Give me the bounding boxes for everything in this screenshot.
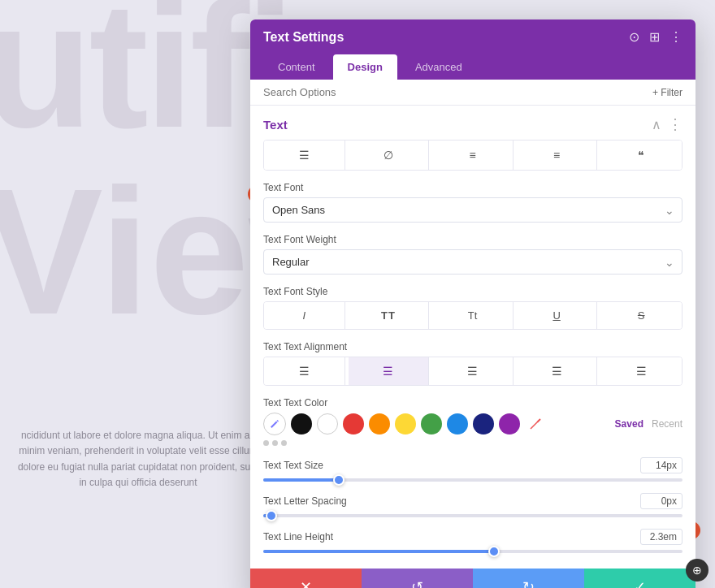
text-font-weight-select[interactable]: Regular	[263, 249, 682, 275]
bg-paragraph: ncididunt ut labore et dolore magna aliq…	[16, 428, 260, 491]
line-height-label: Text Line Height	[263, 531, 333, 543]
text-color-label: Text Text Color	[263, 397, 682, 409]
letter-spacing-value[interactable]: 0px	[640, 493, 682, 509]
letter-spacing-header: Text Letter Spacing 0px	[263, 493, 682, 509]
text-size-label: Text Text Size	[263, 460, 323, 471]
text-font-row: Text Font Open Sans	[263, 182, 682, 223]
compass-icon: ⊕	[686, 559, 708, 582]
cancel-button[interactable]: ✕	[250, 569, 362, 588]
panel-title: Text Settings	[263, 30, 344, 45]
tab-design[interactable]: Design	[333, 54, 397, 80]
color-green[interactable]	[421, 413, 442, 435]
style-btn-numbered[interactable]: ≡	[517, 141, 598, 170]
letter-spacing-thumb[interactable]	[266, 510, 277, 521]
text-size-thumb[interactable]	[333, 474, 344, 486]
style-btn-empty[interactable]: ∅	[349, 141, 430, 170]
line-height-thumb[interactable]	[488, 546, 500, 557]
style-btn-quote[interactable]: ❝	[600, 141, 682, 170]
letter-spacing-slider-row: Text Letter Spacing 0px	[263, 493, 682, 517]
align-right[interactable]: ☰	[432, 357, 514, 385]
bg-large-text-1: utifi	[0, 0, 291, 154]
saved-recent-labels: Saved Recent	[615, 418, 682, 430]
color-white[interactable]	[317, 413, 338, 435]
font-style-buttons: I TT Tt U S	[263, 301, 682, 330]
section-title: Text	[263, 118, 288, 132]
text-font-weight-label: Text Font Weight	[263, 234, 682, 245]
color-edit-icon[interactable]	[525, 413, 546, 435]
text-settings-panel: Text Settings ⊙ ⊞ ⋮ Content Design Advan…	[250, 19, 696, 588]
text-size-track[interactable]	[263, 478, 682, 482]
dot-3	[281, 440, 287, 446]
save-button[interactable]: ✓	[584, 569, 696, 588]
more-icon[interactable]: ⋮	[670, 29, 682, 45]
style-buttons-row: ☰ ∅ ≡ ≡ ❝	[263, 140, 682, 171]
color-swatches-row: Saved Recent	[263, 413, 682, 435]
line-height-header: Text Line Height 2.3em	[263, 529, 682, 545]
section-controls: ∧ ⋮	[652, 115, 682, 133]
tab-advanced[interactable]: Advanced	[401, 54, 477, 80]
text-color-row: Text Text Color Saved Rec	[263, 397, 682, 446]
bottom-bar: ✕ ↺ ↻ ✓	[250, 569, 696, 588]
style-uppercase[interactable]: TT	[349, 302, 430, 329]
line-height-track[interactable]	[263, 550, 682, 553]
style-underline[interactable]: U	[517, 302, 598, 329]
search-input[interactable]	[263, 86, 652, 98]
dot-2	[272, 440, 278, 446]
filter-button[interactable]: + Filter	[652, 87, 682, 98]
style-strikethrough[interactable]: S	[600, 302, 682, 329]
text-size-header: Text Text Size 14px	[263, 457, 682, 473]
color-orange[interactable]	[369, 413, 390, 435]
panel-body: Text ∧ ⋮ ☰ ∅ ≡ ≡ ❝ Text Font Open Sans	[250, 106, 696, 569]
style-btn-align[interactable]: ☰	[264, 141, 345, 170]
recent-label[interactable]: Recent	[652, 418, 682, 430]
text-font-label: Text Font	[263, 182, 682, 193]
align-justify[interactable]: ☰	[517, 357, 598, 385]
style-capitalize[interactable]: Tt	[432, 302, 514, 329]
search-bar: + Filter	[250, 80, 696, 106]
layout-icon[interactable]: ⊞	[649, 29, 660, 45]
letter-spacing-label: Text Letter Spacing	[263, 495, 347, 507]
svg-line-0	[537, 419, 540, 422]
color-dark-blue[interactable]	[473, 413, 494, 435]
text-size-fill	[263, 478, 339, 482]
color-picker-button[interactable]	[263, 413, 286, 435]
color-black[interactable]	[291, 413, 312, 435]
section-header: Text ∧ ⋮	[263, 106, 682, 140]
text-alignment-label: Text Text Alignment	[263, 341, 682, 352]
line-height-value[interactable]: 2.3em	[640, 529, 682, 545]
target-icon[interactable]: ⊙	[629, 29, 639, 45]
style-italic[interactable]: I	[264, 302, 345, 329]
color-red[interactable]	[343, 413, 364, 435]
color-blue[interactable]	[447, 413, 468, 435]
dot-1	[263, 440, 269, 446]
color-yellow[interactable]	[395, 413, 416, 435]
text-font-select[interactable]: Open Sans	[263, 197, 682, 223]
tabs-row: Content Design Advanced	[250, 54, 696, 80]
text-font-style-row: Text Font Style I TT Tt U S	[263, 286, 682, 330]
line-height-slider-row: Text Line Height 2.3em	[263, 529, 682, 553]
text-size-slider-row: Text Text Size 14px	[263, 457, 682, 482]
saved-label[interactable]: Saved	[615, 418, 644, 430]
text-size-value[interactable]: 14px	[640, 457, 682, 473]
undo-button[interactable]: ↺	[362, 569, 473, 588]
text-font-style-label: Text Font Style	[263, 286, 682, 297]
redo-button[interactable]: ↻	[473, 569, 584, 588]
collapse-icon[interactable]: ∧	[652, 117, 661, 132]
text-font-weight-row: Text Font Weight Regular	[263, 234, 682, 275]
alignment-buttons: ☰ ☰ ☰ ☰ ☰	[263, 357, 682, 386]
text-alignment-row: Text Text Alignment ☰ ☰ ☰ ☰ ☰	[263, 341, 682, 386]
color-purple[interactable]	[499, 413, 520, 435]
tab-content[interactable]: Content	[263, 54, 330, 80]
panel-header-icons: ⊙ ⊞ ⋮	[629, 29, 682, 45]
align-none[interactable]: ☰	[600, 357, 682, 385]
text-font-select-wrapper: Open Sans	[263, 197, 682, 223]
align-left[interactable]: ☰	[264, 357, 345, 385]
color-dots-row	[263, 440, 682, 446]
letter-spacing-track[interactable]	[263, 514, 682, 517]
panel-header: Text Settings ⊙ ⊞ ⋮	[250, 19, 696, 54]
line-height-fill	[263, 550, 494, 553]
style-btn-list[interactable]: ≡	[432, 141, 514, 170]
align-center[interactable]: ☰	[349, 357, 430, 385]
text-font-weight-select-wrapper: Regular	[263, 249, 682, 275]
section-menu-icon[interactable]: ⋮	[668, 115, 682, 133]
